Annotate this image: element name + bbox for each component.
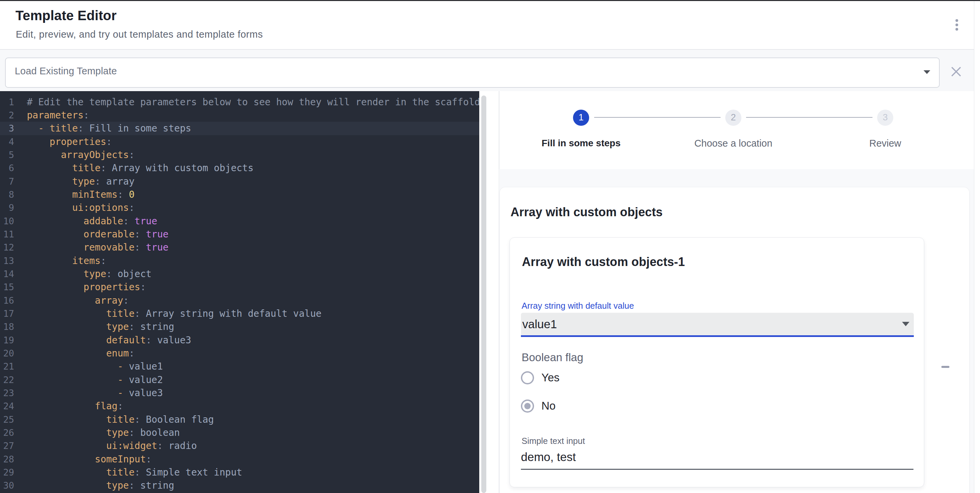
line-number: 10 [0, 215, 14, 228]
line-number: 18 [0, 320, 14, 333]
radio-selected-icon[interactable] [521, 399, 534, 413]
code-line-20[interactable]: 20 enum: [0, 347, 479, 360]
line-number: 6 [0, 161, 14, 174]
code-line-17[interactable]: 17 title: Array string with default valu… [0, 307, 479, 320]
page-scrollbar-gutter[interactable] [974, 1, 980, 493]
code-text: ui:options: [27, 201, 134, 214]
radio-option-no[interactable]: No [521, 399, 555, 413]
code-line-1[interactable]: 1# Edit the template parameters below to… [0, 96, 479, 108]
code-line-18[interactable]: 18 type: string [0, 320, 479, 333]
code-line-25[interactable]: 25 title: Boolean flag [0, 413, 479, 426]
code-line-27[interactable]: 27 ui:widget: radio [0, 439, 479, 452]
line-number: 25 [0, 413, 14, 426]
code-text: title: Array with custom objects [27, 161, 253, 174]
array-item-title: Array with custom objects-1 [522, 255, 685, 270]
form-section-title: Array with custom objects [511, 204, 663, 220]
code-line-8[interactable]: 8 minItems: 0 [0, 188, 479, 201]
code-line-28[interactable]: 28 someInput: [0, 453, 479, 466]
code-line-22[interactable]: 22 - value2 [0, 373, 479, 386]
code-text: properties: [27, 135, 112, 148]
code-line-12[interactable]: 12 removable: true [0, 241, 479, 254]
line-number: 17 [0, 307, 14, 320]
close-icon [950, 65, 963, 78]
editor-scrollbar-thumb[interactable] [481, 96, 487, 493]
code-text: title: Simple text input [27, 466, 242, 479]
code-text: title: Array string with default value [27, 307, 321, 320]
code-line-3[interactable]: 3 - title: Fill in some steps [0, 122, 479, 135]
code-line-19[interactable]: 19 default: value3 [0, 333, 479, 347]
line-number: 20 [0, 347, 14, 360]
code-text: addable: true [27, 215, 157, 228]
code-text: array: [27, 294, 129, 307]
kebab-menu-button[interactable] [947, 15, 967, 35]
code-text: default: value3 [27, 333, 191, 347]
select-focus-underline [521, 335, 914, 337]
code-line-29[interactable]: 29 title: Simple text input [0, 466, 479, 479]
select-field-label: Array string with default value [522, 301, 634, 310]
radio-option-yes[interactable]: Yes [521, 371, 560, 385]
template-select-row: Load Existing Template [0, 50, 974, 91]
code-line-21[interactable]: 21 - value1 [0, 360, 479, 373]
line-number: 11 [0, 228, 14, 241]
line-number: 13 [0, 254, 14, 267]
text-field-value[interactable]: demo, test [521, 451, 576, 463]
kebab-dot-icon [956, 19, 958, 22]
remove-icon [941, 366, 950, 368]
code-text: enum: [27, 347, 134, 360]
array-string-select[interactable]: value1 [521, 313, 914, 335]
line-number: 23 [0, 386, 14, 399]
code-line-26[interactable]: 26 type: boolean [0, 426, 479, 439]
line-number: 4 [0, 135, 14, 148]
line-number: 7 [0, 175, 14, 188]
radio-dot [524, 403, 531, 409]
code-line-13[interactable]: 13 items: [0, 254, 479, 267]
code-text: arrayObjects: [27, 148, 134, 161]
code-line-10[interactable]: 10 addable: true [0, 215, 479, 228]
line-number: 3 [0, 122, 14, 135]
code-line-16[interactable]: 16 array: [0, 294, 479, 307]
remove-item-button[interactable] [937, 359, 953, 375]
load-template-select[interactable]: Load Existing Template [5, 57, 940, 88]
code-text: ui:widget: radio [27, 439, 197, 452]
code-text: orderable: true [27, 228, 169, 241]
code-text: type: object [27, 267, 151, 281]
code-text: # Edit the template parameters below to … [27, 96, 479, 108]
code-line-15[interactable]: 15 properties: [0, 281, 479, 294]
code-text: - value1 [27, 360, 163, 373]
code-line-14[interactable]: 14 type: object [0, 267, 479, 281]
code-text: items: [27, 254, 106, 267]
dropdown-caret-icon [924, 70, 930, 74]
code-text: type: string [27, 320, 174, 333]
code-line-5[interactable]: 5 arrayObjects: [0, 148, 479, 161]
line-number: 8 [0, 188, 14, 201]
kebab-dot-icon [956, 24, 958, 27]
step-circle-1[interactable]: 1 [573, 110, 589, 126]
code-text: removable: true [27, 241, 169, 254]
array-string-select-value: value1 [522, 317, 557, 331]
line-number: 15 [0, 281, 14, 294]
code-line-9[interactable]: 9 ui:options: [0, 201, 479, 214]
code-text: type: boolean [27, 426, 180, 439]
code-line-4[interactable]: 4 properties: [0, 135, 479, 148]
line-number: 24 [0, 399, 14, 413]
line-number: 29 [0, 466, 14, 479]
code-line-30[interactable]: 30 type: string [0, 479, 479, 492]
code-text: title: Boolean flag [27, 413, 214, 426]
code-line-7[interactable]: 7 type: array [0, 175, 479, 188]
line-number: 28 [0, 453, 14, 466]
step-circle-2[interactable]: 2 [725, 110, 741, 126]
step-circle-3[interactable]: 3 [877, 110, 893, 126]
dropdown-caret-icon [902, 322, 909, 326]
radio-unselected-icon[interactable] [521, 371, 534, 385]
code-line-24[interactable]: 24 flag: [0, 399, 479, 413]
line-number: 12 [0, 241, 14, 254]
code-editor[interactable]: 1# Edit the template parameters below to… [0, 91, 479, 493]
code-line-23[interactable]: 23 - value3 [0, 386, 479, 399]
code-line-11[interactable]: 11 orderable: true [0, 228, 479, 241]
clear-selection-button[interactable] [950, 65, 963, 78]
code-line-6[interactable]: 6 title: Array with custom objects [0, 161, 479, 174]
text-field-label: Simple text input [522, 436, 585, 445]
editor-scrollbar [479, 91, 499, 493]
step-connector [746, 117, 872, 118]
code-line-2[interactable]: 2parameters: [0, 108, 479, 122]
